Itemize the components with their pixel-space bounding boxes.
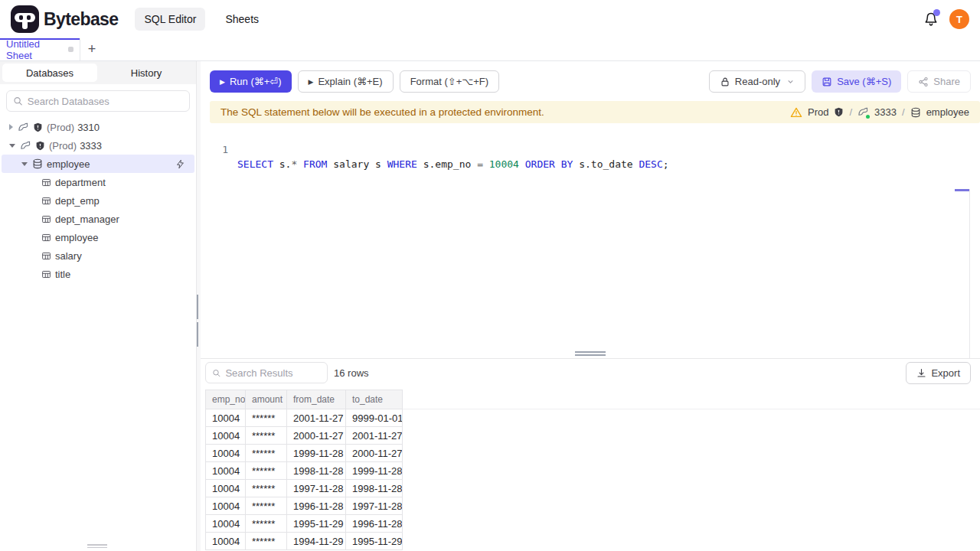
sql-editor[interactable]: 1 SELECT s.* FROM salary s WHERE s.emp_n…	[201, 123, 980, 350]
new-sheet-button[interactable]: +	[80, 38, 103, 60]
table-cell[interactable]: 10004	[206, 497, 246, 515]
database-search[interactable]	[6, 90, 190, 112]
share-button[interactable]: Share	[907, 70, 971, 93]
caret-down-icon[interactable]	[9, 144, 15, 148]
minimap-code-mark	[955, 189, 969, 191]
table-cell[interactable]: 10004	[206, 533, 246, 550]
table-cell[interactable]: 10004	[206, 427, 246, 445]
table-cell[interactable]: ******	[246, 445, 287, 462]
table-row[interactable]: 10004******1996-11-281997-11-28	[206, 497, 403, 515]
table-row[interactable]: 10004******2001-11-279999-01-01	[206, 409, 403, 427]
table-cell[interactable]: ******	[246, 427, 287, 445]
column-header-from_date[interactable]: from_date	[287, 390, 346, 409]
table-cell[interactable]: 10004	[206, 515, 246, 533]
download-icon	[916, 368, 926, 378]
tree-item-table-salary[interactable]: salary	[0, 246, 196, 265]
database-tree: (Prod)3310(Prod)3333employeedepartmentde…	[0, 118, 196, 283]
table-cell[interactable]: ******	[246, 480, 287, 497]
table-cell[interactable]: 1999-11-28	[346, 462, 403, 480]
nav-sql-editor[interactable]: SQL Editor	[135, 8, 205, 31]
table-cell[interactable]: 10004	[206, 480, 246, 497]
code-line[interactable]: 1 SELECT s.* FROM salary s WHERE s.emp_n…	[201, 128, 980, 142]
tree-item-table-dept_emp[interactable]: dept_emp	[0, 191, 196, 210]
table-cell[interactable]: ******	[246, 462, 287, 480]
table-cell[interactable]: 1997-11-28	[346, 497, 403, 515]
nav-sheets[interactable]: Sheets	[216, 8, 268, 31]
table-cell[interactable]: 1994-11-29	[287, 533, 346, 550]
table-cell[interactable]: ******	[246, 515, 287, 533]
sidebar-scrollbar-handle[interactable]	[87, 544, 107, 549]
table-cell[interactable]: 1996-11-28	[346, 515, 403, 533]
table-cell[interactable]: 10004	[206, 445, 246, 462]
results-search[interactable]	[205, 362, 328, 383]
table-cell[interactable]: 1995-11-29	[287, 515, 346, 533]
sidebar: Databases History (Prod)3310(Prod)3333em…	[0, 61, 197, 551]
table-cell[interactable]: 10004	[206, 462, 246, 480]
save-button[interactable]: Save (⌘+S)	[812, 70, 901, 93]
table-cell[interactable]: 10004	[206, 409, 246, 427]
header-rule	[401, 409, 980, 409]
database-search-input[interactable]	[28, 96, 183, 107]
table-cell[interactable]: 1999-11-28	[287, 445, 346, 462]
export-button[interactable]: Export	[906, 362, 971, 384]
column-header-emp_no[interactable]: emp_no	[206, 390, 246, 409]
table-cell[interactable]: ******	[246, 409, 287, 427]
tree-item-label: employee	[55, 232, 98, 243]
table-cell[interactable]: 2001-11-27	[287, 409, 346, 427]
database-icon	[32, 158, 43, 169]
table-cell[interactable]: 2000-11-27	[346, 445, 403, 462]
sql-token-kw: ORDER BY	[525, 158, 573, 170]
tree-item-table-dept_manager[interactable]: dept_manager	[0, 210, 196, 228]
table-cell[interactable]: ******	[246, 497, 287, 515]
caret-down-icon[interactable]	[21, 162, 28, 166]
table-cell[interactable]: 1995-11-29	[346, 533, 403, 550]
caret-right-icon[interactable]	[9, 124, 13, 130]
table-row[interactable]: 10004******1994-11-291995-11-29	[206, 533, 403, 550]
save-icon	[822, 77, 832, 87]
table-cell[interactable]: 2001-11-27	[346, 427, 403, 445]
table-cell[interactable]: 9999-01-01	[346, 409, 403, 427]
tab-untitled-sheet[interactable]: Untitled Sheet	[0, 38, 80, 60]
tree-item-label: dept_emp	[55, 195, 100, 207]
column-header-amount[interactable]: amount	[246, 390, 287, 409]
banner-message: The SQL statement below will be executed…	[220, 106, 544, 118]
results-search-input[interactable]	[225, 367, 321, 379]
tree-item-label: dept_manager	[55, 214, 119, 225]
tree-item-database-employee[interactable]: employee	[2, 155, 194, 173]
table-cell[interactable]: 1997-11-28	[287, 480, 346, 497]
notification-bell-icon[interactable]	[923, 11, 939, 27]
sql-statement[interactable]: SELECT s.* FROM salary s WHERE s.emp_no …	[237, 157, 669, 171]
table-row[interactable]: 10004******1997-11-281998-11-28	[206, 480, 403, 497]
table-cell[interactable]: 1998-11-28	[346, 480, 403, 497]
table-row[interactable]: 10004******1995-11-291996-11-28	[206, 515, 403, 533]
tree-item-instance-3333[interactable]: (Prod)3333	[0, 136, 196, 155]
readonly-mode-dropdown[interactable]: Read-only	[709, 70, 805, 93]
tab-history[interactable]: History	[99, 64, 194, 82]
shield-icon	[33, 122, 43, 132]
table-row[interactable]: 10004******1999-11-282000-11-27	[206, 445, 403, 462]
column-header-to_date[interactable]: to_date	[346, 390, 403, 409]
table-row[interactable]: 10004******2000-11-272001-11-27	[206, 427, 403, 445]
tab-databases[interactable]: Databases	[2, 64, 97, 82]
table-cell[interactable]: 2000-11-27	[287, 427, 346, 445]
sql-token-plain: s.to_date	[573, 158, 639, 170]
lightning-icon[interactable]	[175, 159, 185, 169]
main-panel: ▶ Run (⌘+⏎) ▶ Explain (⌘+E) Format (⇧+⌥+…	[201, 61, 980, 551]
avatar[interactable]: T	[949, 9, 969, 29]
sql-token-op: =	[477, 158, 483, 170]
table-cell[interactable]: ******	[246, 533, 287, 550]
tree-item-table-department[interactable]: department	[0, 173, 196, 191]
explain-button[interactable]: ▶ Explain (⌘+E)	[298, 70, 394, 93]
mysql-icon	[18, 122, 29, 133]
tree-item-label: salary	[55, 250, 82, 262]
results-resize-handle[interactable]	[575, 351, 606, 357]
table-row[interactable]: 10004******1998-11-281999-11-28	[206, 462, 403, 480]
tree-item-table-title[interactable]: title	[0, 265, 196, 283]
table-cell[interactable]: 1998-11-28	[287, 462, 346, 480]
run-button[interactable]: ▶ Run (⌘+⏎)	[210, 70, 292, 93]
tree-item-instance-3310[interactable]: (Prod)3310	[0, 118, 196, 136]
bytebase-logo-icon[interactable]	[11, 5, 39, 33]
table-cell[interactable]: 1996-11-28	[287, 497, 346, 515]
format-button[interactable]: Format (⇧+⌥+F)	[400, 70, 499, 93]
tree-item-table-employee[interactable]: employee	[0, 228, 196, 246]
